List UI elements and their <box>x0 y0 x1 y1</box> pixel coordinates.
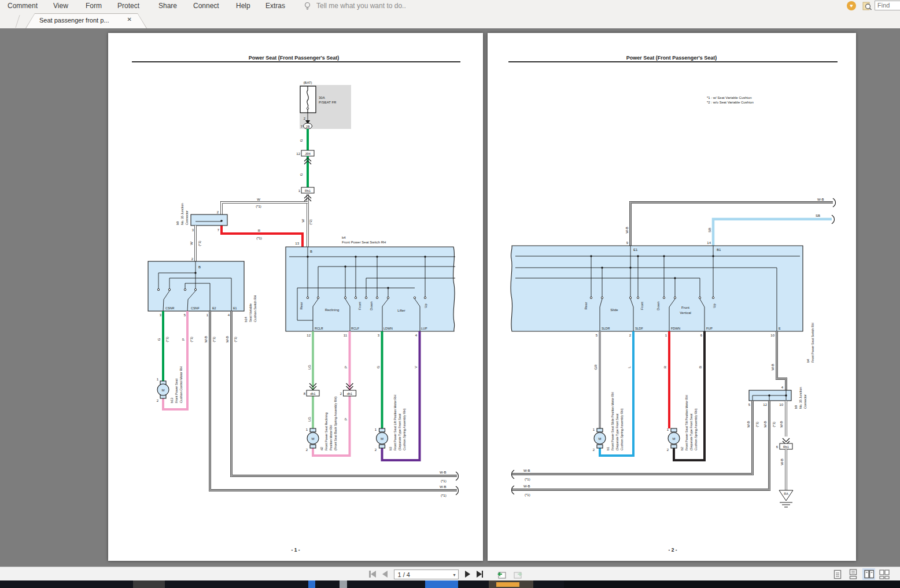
page2-diagram: Power Seat (Front Passenger's Seat) *1 :… <box>508 55 838 553</box>
previous-page-button[interactable] <box>382 571 388 578</box>
tab-bar: Seat passenger front p... ✕ <box>0 13 900 28</box>
taskbar-item[interactable] <box>425 580 458 588</box>
terminal-label: E2 <box>212 306 216 310</box>
component-name: No. 35 Junction <box>799 387 802 409</box>
page-number: - 1 - <box>291 547 300 553</box>
taskbar-item[interactable] <box>133 580 165 588</box>
component-name: Seat Variable <box>249 304 252 322</box>
menu-extras[interactable]: Extras <box>265 2 285 10</box>
pin-number: 10 <box>770 334 774 337</box>
wire-label: R <box>258 229 261 232</box>
terminal-label: RCLR <box>315 327 323 330</box>
tab-close-icon[interactable]: ✕ <box>127 16 132 23</box>
menu-view[interactable]: View <box>53 2 68 10</box>
wire-note: (*1) <box>755 421 759 427</box>
taskbar-item[interactable] <box>340 580 347 588</box>
pin-number: 11 <box>344 334 348 337</box>
menu-form[interactable]: Form <box>86 2 102 10</box>
heart-icon[interactable]: ♥ <box>847 1 856 10</box>
page-indicator[interactable]: 1 / 4▾ <box>394 569 459 579</box>
find-input[interactable] <box>877 2 899 9</box>
rb1-pin: 1 <box>298 189 301 193</box>
switch-name: Reclining <box>325 308 340 312</box>
menu-share[interactable]: Share <box>158 2 177 10</box>
pin-number: 2 <box>629 334 632 337</box>
wire-label: G <box>157 338 161 341</box>
pin-number: 12 <box>763 403 767 406</box>
menu-comment[interactable]: Comment <box>8 2 38 10</box>
pin-number: 2 <box>306 448 308 452</box>
component-name: Cushion Switch RH <box>253 295 257 322</box>
wire-label: W-B <box>440 485 447 489</box>
folder-icon[interactable] <box>496 582 519 587</box>
pin-number: 1 <box>375 428 377 431</box>
wire-label: W-B <box>204 336 208 343</box>
wire-label: G <box>300 173 303 176</box>
component-id: b2 <box>680 447 684 450</box>
wire-label: W-B <box>523 469 530 472</box>
component-name: Front Power Seat Switch RH <box>342 241 386 244</box>
menu-connect[interactable]: Connect <box>193 2 219 10</box>
jr4-connector: JR4 <box>305 152 311 156</box>
wire-label: P <box>344 366 348 368</box>
wire-note: (*1) <box>190 336 193 342</box>
pin-number: 13 <box>295 242 299 245</box>
wire-label: L <box>628 366 631 368</box>
first-page-button[interactable] <box>369 571 376 578</box>
wire-label: W-B <box>771 364 774 371</box>
page-title: Power Seat (Front Passenger's Seat) <box>626 55 717 61</box>
switch-direction: Rear <box>584 302 588 309</box>
continuous-view-icon[interactable] <box>847 568 860 580</box>
wire-label: W-B <box>625 227 629 234</box>
wire-label: P <box>182 338 185 341</box>
component-id: b3 <box>389 447 392 450</box>
menu-help[interactable]: Help <box>236 2 250 10</box>
next-page-button[interactable] <box>465 571 470 578</box>
wire-label: LG <box>308 365 311 369</box>
lightbulb-icon <box>304 2 311 13</box>
switch-direction: Front <box>640 302 644 310</box>
facing-view-icon[interactable] <box>862 568 875 580</box>
wire-label: W-B <box>817 198 824 201</box>
terminal-label: E1 <box>633 248 638 252</box>
component-id: b1 <box>606 447 610 450</box>
wire-note: (*1) <box>234 336 237 342</box>
menu-protect[interactable]: Protect <box>117 2 139 10</box>
pin-number: 6 <box>776 445 779 449</box>
document-tab[interactable]: Seat passenger front p... ✕ <box>25 13 147 28</box>
previous-view-button[interactable] <box>496 570 507 579</box>
db1-connector: db1 <box>347 392 352 395</box>
continuous-facing-view-icon[interactable] <box>878 568 891 580</box>
wire-note: (*1) <box>441 494 447 497</box>
pin-number: 10 <box>779 403 783 406</box>
tell-me-search[interactable]: Tell me what you want to do.. <box>316 2 406 10</box>
component-name: Front Power Seat Tilt Position Motor RH <box>685 395 688 450</box>
menu-bar: Comment View Form Protect Share Connect … <box>0 0 900 13</box>
os-taskbar[interactable] <box>0 580 900 588</box>
page1-diagram: Power Seat (Front Passenger's Seat) (BAT… <box>132 55 460 553</box>
pin-number: 7 <box>217 228 220 232</box>
pin-number: 1 <box>206 313 209 317</box>
component-name: (Front Seat Back Spring Assembly RH) <box>334 397 337 450</box>
wire-note: (*1) <box>441 479 447 483</box>
wire-note: (*1) <box>525 493 530 497</box>
pin-number: 2 <box>667 448 669 452</box>
pin-number: 2 <box>191 257 194 261</box>
wire-note: (*1) <box>256 236 262 240</box>
terminal-label: CSNF <box>191 306 200 310</box>
taskbar-item[interactable] <box>308 580 315 588</box>
component-name: (Separate Type Front Seat <box>689 413 693 450</box>
component-id: b13 <box>170 398 174 403</box>
document-tab-title: Seat passenger front p... <box>39 17 109 24</box>
terminal-label: LDWN <box>383 327 393 330</box>
component-id: b14 <box>244 317 248 322</box>
search-document-icon[interactable] <box>862 1 872 13</box>
single-page-view-icon[interactable] <box>831 568 844 580</box>
component-name: Front Power Seat Reclining <box>324 412 328 450</box>
terminal-label: LUP <box>421 327 427 330</box>
find-input-wrap <box>875 1 900 10</box>
next-view-button[interactable] <box>513 570 523 579</box>
taskbar-empty <box>564 580 900 588</box>
last-page-button[interactable] <box>477 571 484 578</box>
component-name: Front Power Seat Switch RH <box>811 323 814 363</box>
